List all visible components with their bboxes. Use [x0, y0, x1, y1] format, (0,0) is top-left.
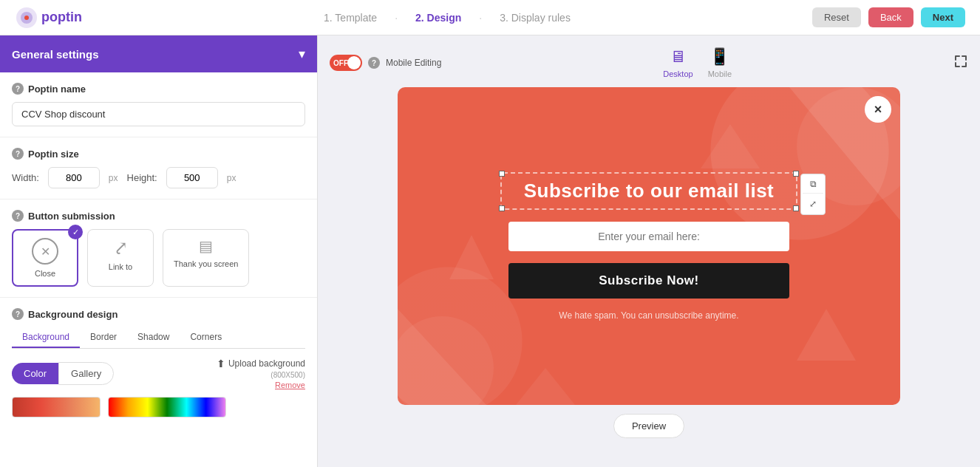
- logo-text: poptin: [41, 10, 82, 25]
- popup-close-button[interactable]: ×: [865, 96, 891, 123]
- poptin-size-section: ? Poptin size Width: px Height: px: [0, 137, 317, 199]
- mobile-editing-toggle[interactable]: OFF: [330, 55, 362, 71]
- help-icon-btn: ?: [12, 210, 24, 222]
- cursor-icon: ⤤: [113, 237, 128, 258]
- toggle-knob: [347, 56, 361, 69]
- upload-area[interactable]: ⬆ Upload background (800X500) Remove: [217, 358, 305, 389]
- check-badge: ✓: [68, 225, 83, 239]
- main-layout: General settings ▾ ? Poptin name ? Popti…: [0, 35, 980, 467]
- resize-action-button[interactable]: ⤢: [803, 195, 823, 213]
- size-row: Width: px Height: px: [12, 167, 305, 188]
- step-1: 1. Template: [324, 12, 377, 24]
- thank-you-screen-option[interactable]: ▤ Thank you screen: [163, 229, 249, 287]
- popup-title-container[interactable]: Subscribe to our email list ⧉ ⤢: [500, 172, 798, 210]
- popup-footer-text: We hate spam. You can unsubscribe anytim…: [559, 310, 738, 321]
- handle-bl: [499, 205, 505, 211]
- gallery-button[interactable]: Gallery: [58, 362, 114, 385]
- button-submission-section: ? Button submission ✓ ✕ Close ⤤ Link to …: [0, 200, 317, 297]
- back-button[interactable]: Back: [868, 7, 913, 27]
- svg-marker-7: [516, 368, 575, 405]
- svg-marker-6: [797, 309, 856, 361]
- upload-icon: ⬆: [217, 358, 225, 369]
- mobile-button[interactable]: 📱 Mobile: [708, 47, 732, 78]
- remove-link[interactable]: Remove: [275, 381, 305, 389]
- top-nav: poptin 1. Template · 2. Design · 3. Disp…: [0, 0, 980, 35]
- logo: poptin: [15, 6, 82, 30]
- popup-preview: × Subscribe to our email list ⧉ ⤢ Subscr…: [398, 87, 900, 405]
- screen-icon: ▤: [199, 237, 213, 255]
- color-gallery-row: Color Gallery ⬆ Upload background (800X5…: [12, 358, 305, 389]
- svg-marker-4: [398, 309, 486, 405]
- popup-title: Subscribe to our email list: [524, 180, 775, 202]
- panel-header[interactable]: General settings ▾: [0, 35, 317, 72]
- close-option[interactable]: ✓ ✕ Close: [12, 229, 78, 287]
- logo-icon: [15, 6, 38, 30]
- help-icon-bg: ?: [12, 308, 24, 320]
- svg-point-10: [398, 316, 494, 405]
- reset-button[interactable]: Reset: [812, 7, 861, 27]
- background-design-label: ? Background design: [12, 308, 305, 320]
- step-2: 2. Design: [415, 12, 461, 24]
- chevron-down-icon: ▾: [299, 46, 305, 62]
- help-icon-mobile: ?: [368, 57, 380, 69]
- color-swatch-rainbow[interactable]: [108, 397, 226, 417]
- handle-tr: [793, 171, 799, 177]
- popup-subscribe-button[interactable]: Subscribe Now!: [508, 263, 789, 299]
- right-panel: OFF ? Mobile Editing 🖥 Desktop 📱 Mobile: [318, 35, 980, 467]
- toolbar: OFF ? Mobile Editing 🖥 Desktop 📱 Mobile: [330, 47, 968, 78]
- button-submission-group: ✓ ✕ Close ⤤ Link to ▤ Thank you screen: [12, 229, 305, 287]
- color-swatch-gradient[interactable]: [12, 397, 101, 417]
- next-button[interactable]: Next: [921, 7, 965, 27]
- svg-marker-5: [449, 235, 494, 279]
- poptin-name-label: ? Poptin name: [12, 83, 305, 95]
- help-icon-size: ?: [12, 148, 24, 160]
- poptin-name-input[interactable]: [12, 102, 305, 126]
- poptin-size-label: ? Poptin size: [12, 148, 305, 160]
- bg-tabs: Background Border Shadow Corners: [12, 327, 305, 349]
- expand-button[interactable]: [953, 54, 968, 72]
- help-icon: ?: [12, 83, 24, 95]
- color-button[interactable]: Color: [12, 363, 58, 384]
- color-preview-row: [12, 397, 305, 417]
- bg-tab-corners[interactable]: Corners: [180, 327, 232, 348]
- handle-tl: [499, 171, 505, 177]
- copy-action-button[interactable]: ⧉: [803, 176, 823, 194]
- mobile-editing-row: OFF ? Mobile Editing: [330, 55, 441, 71]
- svg-marker-8: [701, 124, 760, 168]
- close-icon: ✕: [32, 238, 58, 265]
- step-3: 3. Display rules: [500, 12, 571, 24]
- mobile-icon: 📱: [710, 47, 729, 67]
- svg-point-2: [24, 16, 29, 20]
- device-buttons: 🖥 Desktop 📱 Mobile: [663, 47, 732, 78]
- desktop-button[interactable]: 🖥 Desktop: [663, 47, 693, 78]
- left-panel: General settings ▾ ? Poptin name ? Popti…: [0, 35, 318, 467]
- poptin-name-section: ? Poptin name: [0, 72, 317, 137]
- expand-icon: [953, 54, 968, 69]
- desktop-icon: 🖥: [670, 47, 686, 67]
- popup-action-icons: ⧉ ⤢: [800, 174, 826, 215]
- popup-email-input[interactable]: [508, 222, 789, 251]
- bg-tab-background[interactable]: Background: [12, 327, 80, 348]
- width-input[interactable]: [48, 167, 100, 188]
- link-to-option[interactable]: ⤤ Link to: [87, 229, 154, 287]
- background-design-section: ? Background design Background Border Sh…: [0, 298, 317, 428]
- preview-button[interactable]: Preview: [613, 414, 684, 438]
- button-submission-label: ? Button submission: [12, 210, 305, 222]
- handle-br: [793, 205, 799, 211]
- panel-header-title: General settings: [12, 48, 99, 61]
- height-input[interactable]: [166, 167, 218, 188]
- nav-buttons: Reset Back Next: [812, 7, 965, 27]
- steps: 1. Template · 2. Design · 3. Display rul…: [324, 12, 571, 24]
- bg-tab-shadow[interactable]: Shadow: [127, 327, 180, 348]
- bg-tab-border[interactable]: Border: [80, 327, 127, 348]
